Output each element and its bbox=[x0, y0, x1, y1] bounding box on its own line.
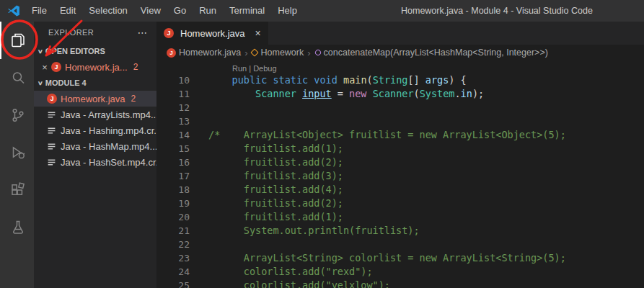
line-number: 11 bbox=[156, 87, 190, 101]
breadcrumb-separator-icon: › bbox=[244, 48, 247, 58]
sidebar-sections: ∨OPEN EDITORS×JHomework.ja...2∨MODULE 4J… bbox=[34, 43, 156, 170]
codelens-run-debug[interactable]: Run | Debug bbox=[232, 64, 277, 73]
title-bar: FileEditSelectionViewGoRunTerminalHelp H… bbox=[0, 0, 644, 22]
close-icon[interactable]: × bbox=[255, 27, 261, 39]
line-number: 20 bbox=[156, 210, 190, 224]
activity-bar-source-control[interactable] bbox=[0, 96, 34, 134]
activity-bar-search[interactable] bbox=[0, 59, 34, 96]
menu-help[interactable]: Help bbox=[271, 0, 304, 22]
code-line-24[interactable]: 24 colorlist.add("rexd"); bbox=[156, 265, 644, 279]
file-item-homework-java[interactable]: JHomework.java2 bbox=[34, 91, 156, 107]
file-label: Java - Hashing.mp4.cr... bbox=[61, 125, 156, 136]
java-file-icon: J bbox=[51, 62, 61, 72]
problems-badge: 2 bbox=[131, 94, 136, 104]
menu-selection[interactable]: Selection bbox=[82, 0, 133, 22]
code-line-14[interactable]: 14/* ArrayList<Object> fruitlist = new A… bbox=[156, 128, 644, 142]
activity-bar-run-debug[interactable] bbox=[0, 134, 34, 171]
activity-bar-testing[interactable] bbox=[0, 209, 34, 246]
line-number: 18 bbox=[156, 183, 190, 197]
file-item-java-hashing-mp4-cr[interactable]: Java - Hashing.mp4.cr... bbox=[34, 122, 156, 138]
problems-badge: 2 bbox=[133, 62, 138, 72]
sidebar-header: EXPLORER ⋯ bbox=[34, 22, 156, 43]
java-file-icon: J bbox=[47, 94, 57, 104]
code-line-23[interactable]: 23 ArrayList<String> colorlist = new Arr… bbox=[156, 251, 644, 265]
codelens-line[interactable]: Run | Debug bbox=[156, 63, 644, 73]
breadcrumb-item-concatenatemap-arraylist-has[interactable]: concatenateMap(ArrayList<HashMap<String,… bbox=[314, 48, 548, 58]
files-icon bbox=[9, 32, 27, 49]
java-file-icon: J bbox=[167, 48, 176, 58]
file-list-icon bbox=[47, 142, 56, 151]
menu-view[interactable]: View bbox=[134, 0, 167, 22]
breadcrumb: JHomework.java›Homework›concatenateMap(A… bbox=[156, 45, 644, 60]
line-number: 24 bbox=[156, 265, 190, 279]
line-number: 21 bbox=[156, 224, 190, 238]
editor-area: J Homework.java × JHomework.java›Homewor… bbox=[156, 22, 644, 288]
line-number: 14 bbox=[156, 128, 190, 142]
line-number: 17 bbox=[156, 169, 190, 183]
tab-bar: J Homework.java × bbox=[156, 22, 644, 45]
file-list-icon bbox=[47, 158, 56, 167]
code-line-25[interactable]: 25 colorlist.add("yelxlow"); bbox=[156, 279, 644, 288]
line-number: 15 bbox=[156, 142, 190, 156]
breadcrumb-separator-icon: › bbox=[307, 48, 310, 58]
code-line-15[interactable]: 15 fruitlist.add(1); bbox=[156, 142, 644, 156]
line-number: 12 bbox=[156, 101, 190, 114]
code-line-22[interactable]: 22 bbox=[156, 238, 644, 251]
file-label: Java - ArrayLists.mp4... bbox=[61, 109, 156, 120]
section-module-4[interactable]: ∨MODULE 4 bbox=[34, 75, 156, 91]
code-line-11[interactable]: 11 Scanner input = new Scanner(System.in… bbox=[156, 87, 644, 101]
line-number: 13 bbox=[156, 114, 190, 128]
code-line-12[interactable]: 12 bbox=[156, 101, 644, 114]
sidebar-title: EXPLORER bbox=[48, 28, 94, 37]
code-line-17[interactable]: 17 fruitlist.add(3); bbox=[156, 169, 644, 183]
code-line-19[interactable]: 19 fruitlist.add(2); bbox=[156, 197, 644, 210]
chevron-down-icon: ∨ bbox=[38, 48, 43, 55]
menu-terminal[interactable]: Terminal bbox=[223, 0, 271, 22]
file-list-icon bbox=[47, 126, 56, 135]
menu-bar: FileEditSelectionViewGoRunTerminalHelp bbox=[25, 0, 304, 22]
line-number: 10 bbox=[156, 73, 190, 87]
class-symbol-icon bbox=[251, 48, 259, 56]
line-number: 19 bbox=[156, 197, 190, 210]
activity-bar-explorer[interactable] bbox=[0, 22, 34, 59]
line-number: 23 bbox=[156, 251, 190, 265]
close-icon[interactable]: × bbox=[40, 62, 50, 73]
beaker-icon bbox=[9, 219, 27, 236]
line-number: 22 bbox=[156, 238, 190, 251]
menu-run[interactable]: Run bbox=[193, 0, 223, 22]
source-control-icon bbox=[9, 107, 27, 124]
breadcrumb-item-homework[interactable]: Homework bbox=[251, 48, 304, 58]
file-list-icon bbox=[47, 110, 56, 120]
menu-go[interactable]: Go bbox=[167, 0, 193, 22]
code-lines[interactable]: Run | Debug10 public static void main(St… bbox=[156, 60, 644, 288]
line-number: 25 bbox=[156, 279, 190, 288]
tab-homework-java[interactable]: J Homework.java × bbox=[156, 22, 268, 45]
menu-edit[interactable]: Edit bbox=[53, 0, 82, 22]
activity-bar bbox=[0, 22, 34, 288]
file-item-java-hashmap-mp4[interactable]: Java - HashMap.mp4... bbox=[34, 138, 156, 154]
java-file-icon: J bbox=[164, 28, 174, 38]
section-open-editors[interactable]: ∨OPEN EDITORS bbox=[34, 43, 156, 59]
activity-bar-extensions[interactable] bbox=[0, 171, 34, 209]
code-line-10[interactable]: 10 public static void main(String[] args… bbox=[156, 73, 644, 87]
file-item-homework-ja[interactable]: ×JHomework.ja...2 bbox=[34, 59, 156, 75]
more-actions-icon[interactable]: ⋯ bbox=[138, 27, 148, 38]
search-icon bbox=[9, 69, 27, 86]
file-item-java-arraylists-mp4[interactable]: Java - ArrayLists.mp4... bbox=[34, 107, 156, 122]
code-line-18[interactable]: 18 fruitlist.add(4); bbox=[156, 183, 644, 197]
file-item-java-hashset-mp4-cr[interactable]: Java - HashSet.mp4.cr... bbox=[34, 154, 156, 170]
code-line-13[interactable]: 13 bbox=[156, 114, 644, 128]
code-line-16[interactable]: 16 fruitlist.add(2); bbox=[156, 156, 644, 169]
chevron-down-icon: ∨ bbox=[38, 80, 43, 86]
menu-file[interactable]: File bbox=[25, 0, 53, 22]
code-line-20[interactable]: 20 fruitlist.add(1); bbox=[156, 210, 644, 224]
tab-label: Homework.java bbox=[180, 28, 245, 39]
breadcrumb-item-homework-java[interactable]: JHomework.java bbox=[167, 48, 241, 58]
file-label: Java - HashSet.mp4.cr... bbox=[61, 157, 156, 168]
window-title: Homework.java - Module 4 - Visual Studio… bbox=[401, 0, 593, 22]
line-number: 16 bbox=[156, 156, 190, 169]
run-debug-icon bbox=[9, 144, 27, 161]
vscode-logo-icon bbox=[6, 4, 21, 18]
code-line-21[interactable]: 21 System.out.println(fruitlist); bbox=[156, 224, 644, 238]
extensions-icon bbox=[9, 181, 27, 199]
